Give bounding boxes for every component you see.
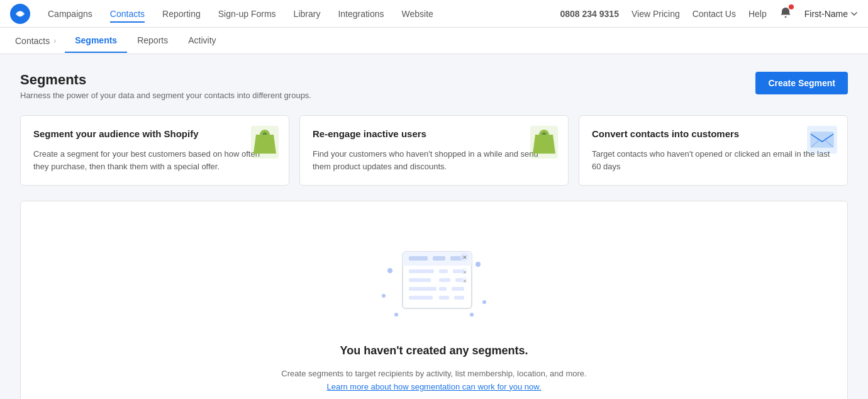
- top-nav: Campaigns Contacts Reporting Sign-up For…: [0, 0, 868, 28]
- shopify-bag-icon-2: [530, 126, 558, 159]
- sub-nav-tabs: Segments Reports Activity: [65, 29, 226, 53]
- logo-icon: [10, 4, 30, 24]
- empty-state-title: You haven't created any segments.: [340, 344, 528, 357]
- nav-link-library[interactable]: Library: [294, 6, 321, 21]
- card-inactive-users: Re-engage inactive users Find your custo…: [299, 115, 569, 186]
- tab-reports[interactable]: Reports: [127, 29, 178, 53]
- card-shopify-audience: Segment your audience with Shopify Creat…: [20, 115, 289, 186]
- view-pricing-link[interactable]: View Pricing: [632, 9, 680, 19]
- empty-state: ✕ ✕ ✕ You haven't created any segments. …: [20, 201, 848, 399]
- nav-link-reporting[interactable]: Reporting: [162, 6, 201, 21]
- card-icon-email: [807, 126, 837, 155]
- svg-point-12: [394, 313, 398, 317]
- page-content: Segments Harness the power of your data …: [0, 54, 868, 399]
- svg-point-1: [18, 11, 22, 16]
- shopify-bag-icon: [251, 126, 279, 159]
- svg-rect-27: [452, 287, 464, 291]
- email-envelope-icon: [807, 126, 837, 154]
- segments-illustration: ✕ ✕ ✕: [371, 239, 497, 327]
- svg-rect-26: [439, 287, 447, 291]
- page-title: Segments: [20, 72, 311, 88]
- svg-text:✕: ✕: [463, 279, 467, 283]
- svg-rect-28: [409, 296, 433, 300]
- svg-rect-29: [439, 296, 449, 300]
- cards-row: Segment your audience with Shopify Creat…: [20, 115, 848, 186]
- nav-item-library[interactable]: Library: [294, 9, 321, 19]
- svg-rect-15: [403, 261, 472, 266]
- logo-area: [10, 4, 30, 24]
- card-desc-1: Create a segment for your best customers…: [33, 148, 276, 172]
- help-link[interactable]: Help: [748, 9, 767, 19]
- nav-link-campaigns[interactable]: Campaigns: [48, 6, 92, 21]
- nav-item-signup-forms[interactable]: Sign-up Forms: [218, 9, 276, 19]
- nav-link-website[interactable]: Website: [402, 6, 433, 21]
- empty-state-learn-more-link[interactable]: Learn more about how segmentation can wo…: [326, 382, 541, 391]
- notification-bell[interactable]: [779, 6, 792, 21]
- empty-state-desc: Create segments to target recipients by …: [281, 368, 586, 394]
- svg-rect-17: [433, 256, 445, 261]
- svg-rect-20: [439, 269, 448, 273]
- empty-state-desc-part1: Create segments to target recipients by …: [281, 369, 586, 378]
- nav-item-campaigns[interactable]: Campaigns: [48, 9, 92, 19]
- card-title-1: Segment your audience with Shopify: [33, 128, 276, 139]
- card-convert-contacts: Convert contacts into customers Target c…: [579, 115, 848, 186]
- page-subtitle: Harness the power of your data and segme…: [20, 91, 311, 100]
- card-icon-shopify-2: [530, 126, 558, 160]
- svg-rect-19: [409, 269, 434, 273]
- sub-nav: Contacts › Segments Reports Activity: [0, 28, 868, 54]
- user-name-label: First-Name: [804, 9, 848, 19]
- card-icon-shopify-1: [251, 126, 279, 160]
- page-header-text: Segments Harness the power of your data …: [20, 72, 311, 100]
- svg-point-11: [470, 313, 474, 317]
- tab-segments[interactable]: Segments: [65, 29, 127, 53]
- breadcrumb-area: Contacts ›: [15, 36, 60, 46]
- page-header: Segments Harness the power of your data …: [20, 72, 848, 100]
- user-name-button[interactable]: First-Name: [804, 9, 858, 19]
- nav-link-integrations[interactable]: Integrations: [338, 6, 384, 21]
- phone-link[interactable]: 0808 234 9315: [560, 9, 619, 19]
- top-nav-left: Campaigns Contacts Reporting Sign-up For…: [10, 4, 433, 24]
- nav-item-integrations[interactable]: Integrations: [338, 9, 384, 19]
- svg-rect-2: [784, 16, 786, 18]
- svg-point-9: [476, 262, 481, 267]
- svg-rect-6: [811, 132, 833, 147]
- card-title-3: Convert contacts into customers: [592, 128, 835, 139]
- svg-rect-25: [409, 287, 437, 291]
- nav-item-website[interactable]: Website: [402, 9, 433, 19]
- empty-state-illustration: ✕ ✕ ✕: [371, 239, 497, 329]
- card-desc-3: Target contacts who haven't opened or cl…: [592, 148, 835, 172]
- svg-point-10: [482, 300, 486, 304]
- nav-item-contacts[interactable]: Contacts: [110, 9, 145, 19]
- svg-rect-16: [409, 256, 428, 261]
- notification-dot: [789, 4, 794, 9]
- create-segment-button-top[interactable]: Create Segment: [755, 72, 848, 94]
- nav-link-signup-forms[interactable]: Sign-up Forms: [218, 6, 276, 21]
- svg-rect-22: [409, 278, 431, 282]
- chevron-down-icon: [850, 10, 858, 18]
- contact-us-link[interactable]: Contact Us: [693, 9, 736, 19]
- top-nav-right: 0808 234 9315 View Pricing Contact Us He…: [560, 6, 859, 21]
- svg-text:✕: ✕: [463, 270, 467, 274]
- breadcrumb-contacts[interactable]: Contacts: [15, 36, 50, 46]
- svg-text:✕: ✕: [462, 254, 467, 261]
- svg-rect-23: [439, 278, 450, 282]
- card-title-2: Re-engage inactive users: [313, 128, 555, 139]
- svg-point-8: [382, 294, 386, 298]
- svg-point-7: [387, 268, 392, 273]
- nav-links: Campaigns Contacts Reporting Sign-up For…: [48, 9, 433, 19]
- breadcrumb-separator: ›: [53, 37, 56, 45]
- nav-link-contacts[interactable]: Contacts: [110, 6, 145, 23]
- nav-item-reporting[interactable]: Reporting: [162, 9, 201, 19]
- card-desc-2: Find your customers who haven't shopped …: [313, 148, 555, 172]
- svg-rect-30: [454, 296, 464, 300]
- tab-activity[interactable]: Activity: [178, 29, 226, 53]
